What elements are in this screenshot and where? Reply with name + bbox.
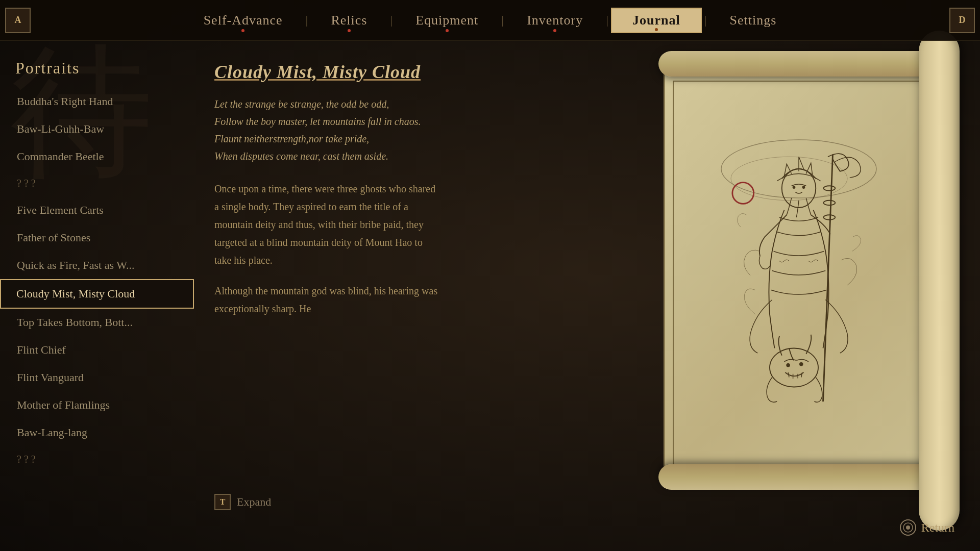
sidebar-item-top-takes-bottom[interactable]: Top Takes Bottom, Bott... [0,309,194,336]
return-icon [900,519,916,536]
scroll-roll-bottom [658,464,939,490]
svg-point-14 [906,525,910,530]
svg-point-2 [732,183,754,204]
entry-paragraph-1: Once upon a time, there were three ghost… [214,180,439,269]
nav-sep-5: | [702,13,709,27]
svg-point-1 [731,157,847,201]
svg-point-11 [786,363,790,367]
nav-key-left: A [5,8,31,33]
entry-poem: Let the strange be strange, the odd be o… [214,95,439,165]
scroll-area [648,31,980,531]
nav-dot-equipment [446,29,449,32]
nav-key-right: D [949,8,975,33]
return-button[interactable]: Return [900,519,954,536]
sidebar-item-cloudy-mist[interactable]: Cloudy Mist, Misty Cloud [0,279,194,309]
sidebar-item-baw-lang-lang[interactable]: Baw-Lang-lang [0,419,194,446]
sidebar-item-unknown-1[interactable]: ? ? ? [0,170,194,196]
svg-point-7 [823,186,835,191]
nav-sep-4: | [603,13,611,27]
scroll-right-roll [919,31,960,531]
entry-title: Cloudy Mist, Misty Cloud [214,61,439,83]
scroll-roll-top [658,51,939,77]
illustration-container [678,86,920,465]
sidebar-item-flint-vanguard[interactable]: Flint Vanguard [0,364,194,391]
svg-point-9 [823,215,835,220]
sidebar-item-father-of-stones[interactable]: Father of Stones [0,224,194,252]
scroll-container [648,31,980,531]
nav-item-equipment[interactable]: Equipment [395,8,499,33]
nav-dot-journal [655,28,658,31]
main-content: Cloudy Mist, Misty Cloud Let the strange… [194,41,459,551]
navigation-bar: A Self-Advance | Relics | Equipment | In… [0,0,980,41]
nav-item-self-advance[interactable]: Self-Advance [183,8,303,33]
svg-point-10 [770,348,818,387]
sidebar-item-five-element-carts[interactable]: Five Element Carts [0,196,194,224]
svg-point-4 [793,186,796,189]
sidebar-item-flint-chief[interactable]: Flint Chief [0,336,194,364]
nav-item-inventory[interactable]: Inventory [506,8,603,33]
entry-paragraph-2: Although the mountain god was blind, his… [214,282,439,318]
sidebar-item-quick-as-fire[interactable]: Quick as Fire, Fast as W... [0,252,194,279]
nav-item-journal[interactable]: Journal [611,8,702,33]
sidebar-item-baw-li-guhh-baw[interactable]: Baw-Li-Guhh-Baw [0,115,194,143]
nav-dot-relics [348,29,351,32]
sidebar: Portraits Buddha's Right Hand Baw-Li-Guh… [0,41,194,551]
nav-sep-1: | [303,13,311,27]
svg-point-5 [802,186,805,189]
sidebar-item-commander-beetle[interactable]: Commander Beetle [0,143,194,170]
nav-sep-3: | [499,13,506,27]
expand-key: T [214,494,231,510]
sidebar-title: Portraits [0,51,194,88]
nav-item-settings[interactable]: Settings [709,8,797,33]
deity-illustration [702,128,896,423]
return-label: Return [921,521,954,535]
sidebar-item-mother-of-flamlings[interactable]: Mother of Flamlings [0,391,194,419]
nav-sep-2: | [387,13,395,27]
sidebar-item-unknown-2[interactable]: ? ? ? [0,446,194,472]
nav-items: Self-Advance | Relics | Equipment | Inve… [36,8,944,33]
sidebar-item-buddhas-right-hand[interactable]: Buddha's Right Hand [0,88,194,115]
nav-item-relics[interactable]: Relics [310,8,387,33]
nav-dot-inventory [553,29,556,32]
expand-label: Expand [237,495,271,509]
scroll-paper [664,71,934,480]
expand-hint: T Expand [214,494,271,510]
svg-point-8 [823,201,835,206]
nav-dot-self-advance [241,29,244,32]
svg-point-12 [799,362,803,366]
